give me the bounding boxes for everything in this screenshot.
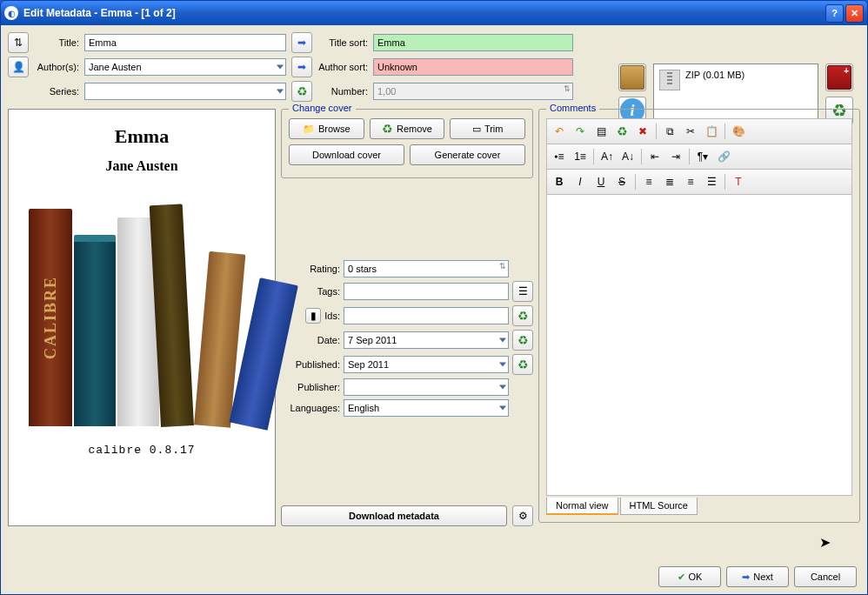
ids-label: Ids: <box>324 311 340 321</box>
window-title: Edit Metadata - Emma - [1 of 2] <box>23 7 825 19</box>
rating-label: Rating: <box>281 264 340 274</box>
comments-legend: Comments <box>546 103 599 113</box>
tab-normal-view[interactable]: Normal view <box>546 498 618 515</box>
cover-footer: calibre 0.8.17 <box>88 444 195 457</box>
copy-icon[interactable]: ⧉ <box>660 122 679 141</box>
title-input[interactable] <box>84 34 286 51</box>
remove-format-icon[interactable]: ✖ <box>633 122 652 141</box>
align-justify-icon[interactable]: ☰ <box>702 172 721 191</box>
editor-toolbar-2: ⦁≡ 1≡ A↑ A↓ ⇤ ⇥ ¶▾ 🔗 <box>546 144 852 170</box>
number-input[interactable] <box>373 83 573 100</box>
close-button[interactable]: ✕ <box>845 4 864 23</box>
author-sort-input[interactable] <box>373 58 573 76</box>
arrow-right-icon: ➡ <box>742 572 750 583</box>
indent-plus-icon[interactable]: ⇥ <box>666 147 685 166</box>
remove-cover-button[interactable]: ♻Remove <box>370 118 445 139</box>
ids-book-icon[interactable]: ▮ <box>305 308 321 324</box>
bold-icon[interactable]: B <box>550 172 569 191</box>
tags-input[interactable] <box>344 283 509 300</box>
list-ol-icon[interactable]: 1≡ <box>571 147 590 166</box>
tags-edit-icon[interactable]: ☰ <box>512 281 533 302</box>
ids-recycle-icon[interactable]: ♻ <box>512 305 533 326</box>
titlebar: ◐ Edit Metadata - Emma - [1 of 2] ? ✕ <box>1 1 867 25</box>
recycle-icon: ♻ <box>382 122 393 136</box>
author-icon[interactable]: 👤 <box>8 57 29 77</box>
link-icon[interactable]: 🔗 <box>714 147 733 166</box>
align-right-icon[interactable]: ≡ <box>681 172 700 191</box>
indent-minus-icon[interactable]: ⇤ <box>645 147 664 166</box>
dialog-buttons: ✔OK ➡Next Cancel <box>658 566 857 587</box>
help-button[interactable]: ? <box>825 4 844 23</box>
title-arrow-icon[interactable]: ➡ <box>291 32 312 53</box>
zip-format-label[interactable]: ZIP (0.01 MB) <box>685 70 744 80</box>
paste-icon[interactable]: 📋 <box>702 122 721 141</box>
series-combo[interactable] <box>84 83 286 100</box>
title-label: Title: <box>34 37 79 48</box>
folder-icon: 📁 <box>303 124 315 135</box>
download-cover-button[interactable]: Download cover <box>289 144 404 165</box>
title-sort-label: Title sort: <box>317 37 368 48</box>
trim-button[interactable]: ▭Trim <box>450 118 525 139</box>
published-recycle-icon[interactable]: ♻ <box>512 354 533 375</box>
mouse-cursor: ➤ <box>819 534 831 551</box>
italic-icon[interactable]: I <box>571 172 590 191</box>
published-label: Published: <box>281 359 340 370</box>
published-input[interactable] <box>344 356 509 373</box>
strike-icon[interactable]: S <box>612 172 631 191</box>
cut-icon[interactable]: ✂ <box>681 122 700 141</box>
rating-input[interactable] <box>344 260 509 277</box>
redo-icon[interactable]: ↷ <box>571 122 590 141</box>
editor-toolbar: ↶ ↷ ▤ ♻ ✖ ⧉ ✂ 📋 🎨 <box>546 118 852 144</box>
cover-books-image <box>20 183 264 426</box>
undo-icon[interactable]: ↶ <box>550 122 569 141</box>
title-swap-icon[interactable]: ⇅ <box>8 32 29 53</box>
comments-editor[interactable] <box>546 195 852 496</box>
align-center-icon[interactable]: ≣ <box>660 172 679 191</box>
publisher-label: Publisher: <box>281 382 340 392</box>
title-sort-input[interactable] <box>373 34 573 51</box>
number-label: Number: <box>317 86 368 97</box>
change-cover-fieldset: Change cover 📁Browse ♻Remove ▭Trim Downl… <box>281 109 533 178</box>
paragraph-icon[interactable]: ¶▾ <box>693 147 712 166</box>
ids-input[interactable] <box>344 307 509 324</box>
author-sort-label: Author sort: <box>317 62 368 72</box>
cover-title: Emma <box>115 125 169 148</box>
ok-button[interactable]: ✔OK <box>658 566 721 587</box>
comments-fieldset: Comments ↶ ↷ ▤ ♻ ✖ ⧉ ✂ 📋 🎨 <box>538 109 860 523</box>
generate-cover-button[interactable]: Generate cover <box>410 144 525 165</box>
color-icon[interactable]: 🎨 <box>729 122 748 141</box>
authors-label: Author(s): <box>34 62 79 72</box>
align-left-icon[interactable]: ≡ <box>639 172 658 191</box>
authors-combo[interactable] <box>84 58 286 76</box>
cover-preview[interactable]: Emma Jane Austen calibre 0.8.17 <box>8 109 276 526</box>
download-metadata-settings-icon[interactable]: ⚙ <box>512 505 533 526</box>
date-input[interactable] <box>344 331 509 349</box>
superscript-icon[interactable]: A↑ <box>598 147 617 166</box>
underline-icon[interactable]: U <box>591 172 611 191</box>
book-format-icon[interactable] <box>618 64 646 91</box>
font-color-icon[interactable]: T <box>729 172 748 191</box>
subscript-icon[interactable]: A↓ <box>618 147 638 166</box>
edit-metadata-window: ◐ Edit Metadata - Emma - [1 of 2] ? ✕ ⇅ … <box>0 0 868 595</box>
cancel-button[interactable]: Cancel <box>794 566 857 587</box>
select-all-icon[interactable]: ▤ <box>591 122 611 141</box>
series-recycle-icon[interactable]: ♻ <box>291 81 312 102</box>
check-icon: ✔ <box>678 572 685 583</box>
publisher-combo[interactable] <box>344 378 509 396</box>
content-area: ⇅ Title: ➡ Title sort: 👤 Author(s): ➡ Au… <box>1 25 867 594</box>
browse-button[interactable]: 📁Browse <box>289 118 364 139</box>
date-recycle-icon[interactable]: ♻ <box>512 330 533 351</box>
next-button[interactable]: ➡Next <box>726 566 789 587</box>
languages-label: Languages: <box>281 403 340 413</box>
list-ul-icon[interactable]: ⦁≡ <box>550 147 569 166</box>
tab-html-source[interactable]: HTML Source <box>620 498 698 515</box>
change-cover-legend: Change cover <box>289 103 356 113</box>
recycle-toolbar-icon[interactable]: ♻ <box>612 122 631 141</box>
languages-combo[interactable] <box>344 399 509 417</box>
series-label: Series: <box>34 86 79 97</box>
download-metadata-button[interactable]: Download metadata <box>281 505 507 526</box>
author-arrow-icon[interactable]: ➡ <box>291 57 312 77</box>
date-label: Date: <box>281 335 340 345</box>
add-format-button[interactable] <box>825 64 853 91</box>
app-icon: ◐ <box>4 6 18 20</box>
